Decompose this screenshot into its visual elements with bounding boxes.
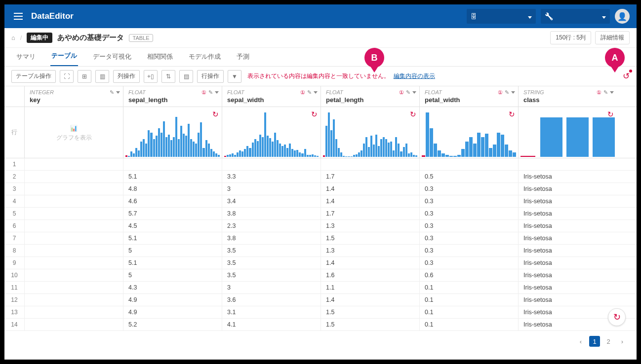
- cell-sepal-length[interactable]: 4.9: [123, 294, 222, 306]
- tab-visualization[interactable]: データ可視化: [92, 52, 132, 66]
- table-row[interactable]: 64.52.31.30.3Iris-setosa: [4, 220, 637, 232]
- cell-class[interactable]: Iris-setosa: [518, 306, 617, 318]
- table-row[interactable]: 1: [4, 158, 637, 171]
- cell-sepal-length[interactable]: 4.8: [123, 183, 222, 195]
- table-row[interactable]: 853.51.30.3Iris-setosa: [4, 245, 637, 257]
- pager-next[interactable]: ›: [617, 336, 628, 347]
- cell-sepal-length[interactable]: 5.7: [123, 208, 222, 219]
- cell-key[interactable]: [24, 208, 123, 219]
- col-header-sepal-width[interactable]: FLOAT sepal_width ①: [222, 86, 320, 107]
- cell-class[interactable]: Iris-setosa: [518, 282, 617, 293]
- dataset-selector[interactable]: [467, 9, 536, 24]
- show-edits-link[interactable]: 編集内容の表示: [394, 72, 435, 80]
- cell-sepal-width[interactable]: 3.8: [222, 232, 320, 244]
- cell-key[interactable]: [24, 306, 123, 318]
- history-icon[interactable]: ↺: [623, 71, 630, 81]
- filter-icon[interactable]: ▼: [228, 70, 241, 83]
- edit-icon[interactable]: [110, 89, 114, 96]
- cell-petal-length[interactable]: 1.6: [320, 269, 419, 281]
- table-row[interactable]: 114.331.10.1Iris-setosa: [4, 282, 637, 294]
- cell-sepal-width[interactable]: 3.5: [222, 269, 320, 281]
- refresh-fab[interactable]: ↻: [608, 308, 626, 326]
- cell-petal-length[interactable]: 1.7: [320, 171, 419, 182]
- chevron-down-icon[interactable]: [314, 91, 318, 94]
- split-icon[interactable]: ▥: [95, 70, 109, 83]
- cell-petal-width[interactable]: 0.3: [419, 183, 518, 195]
- table-row[interactable]: 55.73.81.70.3Iris-setosa: [4, 208, 637, 220]
- cell-petal-length[interactable]: 1.1: [320, 282, 419, 293]
- table-row[interactable]: 34.831.40.3Iris-setosa: [4, 183, 637, 195]
- cell-petal-width[interactable]: 0.3: [419, 257, 518, 269]
- tab-summary[interactable]: サマリ: [15, 52, 37, 66]
- row-ops-button[interactable]: 行操作: [197, 70, 224, 83]
- insert-col-icon[interactable]: ⊞: [78, 70, 91, 83]
- cell-key[interactable]: [24, 220, 123, 232]
- cell-sepal-width[interactable]: 2.3: [222, 220, 320, 232]
- cell-sepal-length[interactable]: 4.9: [123, 306, 222, 318]
- pager-page-2[interactable]: 2: [603, 336, 614, 347]
- home-icon[interactable]: ⌂: [11, 34, 15, 41]
- chevron-down-icon[interactable]: [412, 91, 416, 94]
- merge-icon[interactable]: ▤: [179, 70, 193, 83]
- cell-petal-width[interactable]: 0.1: [419, 306, 518, 318]
- cell-key[interactable]: [24, 269, 123, 281]
- cell-petal-length[interactable]: 1.3: [320, 245, 419, 256]
- tab-model[interactable]: モデル作成: [188, 52, 222, 66]
- cell-petal-width[interactable]: 0.3: [419, 195, 518, 207]
- cell-petal-length[interactable]: 1.5: [320, 232, 419, 244]
- table-row[interactable]: 124.93.61.40.1Iris-setosa: [4, 294, 637, 306]
- cell-petal-width[interactable]: 0.6: [419, 269, 518, 281]
- col-header-petal-width[interactable]: FLOAT petal_width ①: [419, 86, 518, 107]
- menu-button[interactable]: [11, 9, 25, 23]
- pager-page-1[interactable]: 1: [589, 336, 600, 347]
- cell-petal-width[interactable]: 0.1: [419, 282, 518, 293]
- cell-petal-length[interactable]: 1.3: [320, 220, 419, 232]
- cell-class[interactable]: Iris-setosa: [518, 171, 617, 182]
- cell-class[interactable]: Iris-setosa: [518, 232, 617, 244]
- cell-petal-width[interactable]: 0.3: [419, 245, 518, 256]
- edit-icon[interactable]: [406, 89, 410, 96]
- cell-petal-length[interactable]: 1.4: [320, 195, 419, 207]
- cell-sepal-width[interactable]: 3.5: [222, 257, 320, 269]
- cell-key[interactable]: [24, 183, 123, 195]
- cell-key[interactable]: [24, 232, 123, 244]
- table-row[interactable]: 95.13.51.40.3Iris-setosa: [4, 257, 637, 269]
- col-ops-button[interactable]: 列操作: [113, 70, 140, 83]
- edit-icon[interactable]: [505, 89, 509, 96]
- expand-icon[interactable]: ⛶: [60, 70, 74, 83]
- tab-predict[interactable]: 予測: [236, 52, 250, 66]
- user-avatar[interactable]: 👤: [615, 9, 630, 24]
- cell-key[interactable]: [24, 319, 123, 330]
- cell-class[interactable]: Iris-setosa: [518, 208, 617, 219]
- chevron-down-icon[interactable]: [116, 91, 120, 94]
- col-header-petal-length[interactable]: FLOAT petal_length ①: [320, 86, 419, 107]
- edit-icon[interactable]: [603, 89, 608, 96]
- cell-petal-width[interactable]: 0.3: [419, 232, 518, 244]
- cell-petal-length[interactable]: 1.7: [320, 208, 419, 219]
- cell-key[interactable]: [24, 171, 123, 182]
- cell-sepal-length[interactable]: 5: [123, 245, 222, 256]
- edit-icon[interactable]: [208, 89, 213, 96]
- cell-petal-length[interactable]: 1.5: [320, 319, 419, 330]
- cell-key[interactable]: [24, 294, 123, 306]
- table-row[interactable]: 44.63.41.40.3Iris-setosa: [4, 195, 637, 208]
- chevron-down-icon[interactable]: [511, 91, 515, 94]
- cell-sepal-length[interactable]: 5.1: [123, 232, 222, 244]
- cell-sepal-length[interactable]: 5: [123, 269, 222, 281]
- cell-class[interactable]: Iris-setosa: [518, 257, 617, 269]
- edit-icon[interactable]: [307, 89, 312, 96]
- cell-sepal-width[interactable]: 3.6: [222, 294, 320, 306]
- cell-petal-length[interactable]: [320, 158, 419, 170]
- cell-sepal-width[interactable]: 3: [222, 282, 320, 293]
- cell-class[interactable]: Iris-setosa: [518, 245, 617, 256]
- col-header-sepal-length[interactable]: FLOAT sepal_length ①: [123, 86, 222, 107]
- cell-sepal-length[interactable]: 5.2: [123, 319, 222, 330]
- add-col-icon[interactable]: +▯: [144, 70, 158, 83]
- cell-petal-width[interactable]: 0.1: [419, 319, 518, 330]
- tab-table[interactable]: テーブル: [50, 51, 78, 66]
- cell-sepal-length[interactable]: 4.6: [123, 195, 222, 207]
- cell-petal-length[interactable]: 1.4: [320, 294, 419, 306]
- cell-key[interactable]: [24, 282, 123, 293]
- tab-correlation[interactable]: 相関関係: [146, 52, 174, 66]
- cell-sepal-width[interactable]: [222, 158, 320, 170]
